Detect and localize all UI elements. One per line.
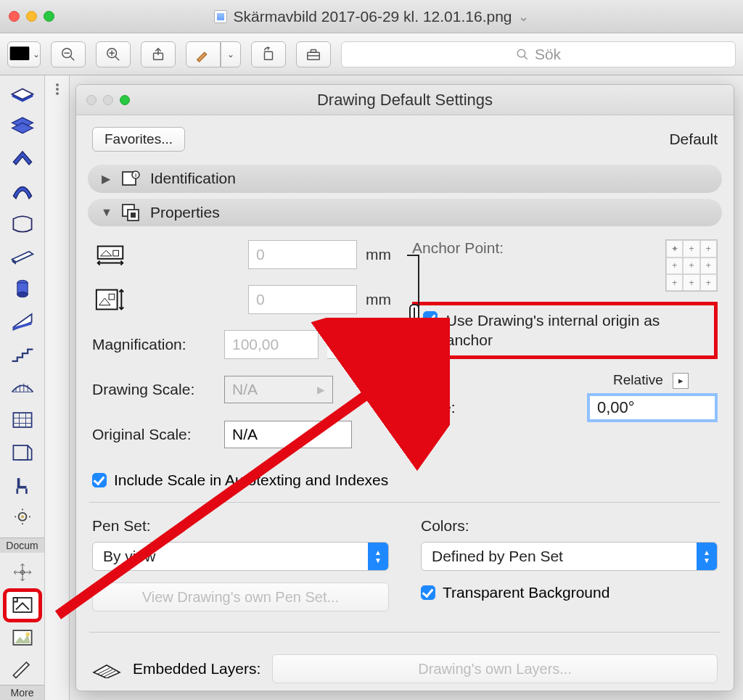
divider [89, 632, 721, 633]
palette-label-top: Docum [0, 538, 44, 553]
toolbox-button[interactable] [296, 41, 331, 67]
original-scale-label: Original Scale: [92, 426, 215, 443]
relative-popup-icon[interactable]: ▸ [673, 373, 689, 389]
settings-minimize-button[interactable] [103, 95, 113, 105]
disclosure-down-icon: ▼ [101, 206, 111, 219]
tool-section-icon[interactable] [7, 440, 38, 466]
tool-chair-icon[interactable] [7, 472, 38, 499]
embedded-layers-label: Embedded Layers: [133, 660, 260, 678]
identification-label: Identification [150, 170, 236, 187]
combo-stepper-icon: ▲▼ [368, 543, 388, 570]
divider [89, 502, 721, 503]
sub-palette [45, 75, 70, 700]
favorites-button[interactable]: Favorites... [92, 127, 185, 152]
svg-rect-14 [311, 49, 316, 52]
transparent-bg-checkbox[interactable] [421, 585, 435, 600]
svg-rect-0 [10, 46, 30, 60]
tool-slab-icon[interactable] [7, 78, 38, 105]
close-window-button[interactable] [9, 11, 20, 22]
view-own-penset-button[interactable]: View Drawing's own Pen Set... [92, 582, 389, 612]
svg-rect-50 [13, 598, 31, 612]
tool-wedge-icon[interactable] [7, 308, 38, 335]
settings-close-button[interactable] [86, 95, 97, 105]
default-label: Default [669, 131, 718, 148]
tool-beam-icon[interactable] [7, 242, 38, 269]
tool-mesh-roof-icon[interactable] [7, 374, 38, 400]
search-field[interactable]: Sök [341, 41, 736, 67]
svg-rect-31 [13, 413, 31, 427]
width-input[interactable] [248, 240, 357, 269]
svg-rect-36 [13, 445, 28, 460]
magnification-dropdown[interactable]: ▸ [327, 330, 345, 359]
internal-origin-label: Use Drawing's internal origin as anchor [446, 311, 707, 350]
height-input[interactable] [248, 285, 357, 314]
svg-point-28 [17, 292, 27, 297]
anchor-point-grid[interactable]: ✦++ +++ +++ [665, 239, 718, 292]
angle-label: Angle: [412, 399, 456, 416]
tool-drawing-icon[interactable] [7, 592, 38, 619]
svg-point-56 [56, 92, 59, 95]
tool-pen-icon[interactable] [7, 657, 38, 679]
svg-marker-24 [12, 251, 33, 261]
svg-rect-12 [265, 52, 273, 59]
tool-column-icon[interactable] [7, 275, 38, 302]
mini-handle-icon[interactable] [46, 78, 68, 100]
drawing-scale-value[interactable]: N/A ▸ [224, 376, 333, 403]
markup-button[interactable] [186, 41, 221, 67]
window-title: Skärmavbild 2017-06-29 kl. 12.01.16.png [233, 8, 512, 25]
internal-origin-highlight: Use Drawing's internal origin as anchor [412, 302, 718, 359]
width-unit: mm [366, 246, 398, 263]
tool-surface-icon[interactable] [7, 210, 38, 236]
tool-lamp-icon[interactable] [7, 505, 38, 532]
magnification-input[interactable] [224, 330, 319, 359]
markup-dropdown[interactable]: ⌄ [221, 41, 241, 67]
svg-point-53 [25, 633, 29, 636]
svg-point-55 [56, 83, 59, 86]
height-icon [92, 285, 128, 314]
colors-combo[interactable]: Defined by Pen Set ▲▼ [421, 542, 718, 571]
own-layers-button[interactable]: Drawing's own Layers... [272, 654, 718, 683]
colors-label: Colors: [405, 511, 734, 538]
zoom-window-button[interactable] [44, 11, 54, 22]
share-button[interactable] [141, 41, 176, 67]
original-scale-value: N/A [224, 421, 352, 448]
main-titlebar: Skärmavbild 2017-06-29 kl. 12.01.16.png … [0, 0, 743, 33]
layers-icon [92, 659, 121, 678]
tool-curtain-wall-icon[interactable] [7, 406, 38, 433]
svg-text:i: i [135, 172, 136, 178]
angle-input[interactable] [587, 393, 718, 422]
width-icon [92, 240, 128, 269]
tool-shell-icon[interactable] [7, 177, 38, 204]
include-scale-checkbox[interactable] [92, 473, 107, 487]
minimize-window-button[interactable] [26, 11, 37, 22]
title-dropdown-icon[interactable]: ⌄ [518, 9, 529, 25]
zoom-out-button[interactable] [51, 41, 86, 67]
combo-stepper-icon: ▲▼ [697, 543, 717, 570]
svg-marker-23 [13, 152, 31, 165]
tool-image-icon[interactable] [7, 625, 38, 651]
svg-line-4 [70, 56, 75, 60]
internal-origin-checkbox[interactable] [423, 311, 438, 326]
tool-stack-icon[interactable] [7, 111, 38, 138]
search-icon [516, 48, 529, 61]
view-mode-dropdown[interactable]: ⌄ [7, 41, 41, 67]
include-scale-label: Include Scale in Autotexting and Indexes [114, 472, 388, 489]
penset-combo[interactable]: By view ▲▼ [92, 542, 389, 571]
rotate-button[interactable] [251, 41, 286, 67]
svg-point-46 [21, 515, 24, 518]
zoom-in-button[interactable] [96, 41, 131, 67]
file-icon [214, 10, 227, 23]
tool-anchor-move-icon[interactable] [7, 559, 38, 585]
palette-label-bottom: More [0, 685, 44, 700]
settings-zoom-button[interactable] [120, 95, 130, 105]
tool-stair-icon[interactable] [7, 341, 38, 368]
tool-roof-icon[interactable] [7, 144, 38, 170]
svg-rect-38 [17, 486, 26, 489]
section-identification[interactable]: ▶ i Identification [88, 165, 722, 193]
drawing-scale-label: Drawing Scale: [92, 381, 215, 398]
penset-label: Pen Set: [76, 511, 405, 538]
svg-marker-71 [94, 665, 120, 678]
relative-label: Relative [613, 372, 663, 387]
svg-point-16 [517, 49, 525, 57]
section-properties[interactable]: ▼ Properties [88, 199, 722, 227]
